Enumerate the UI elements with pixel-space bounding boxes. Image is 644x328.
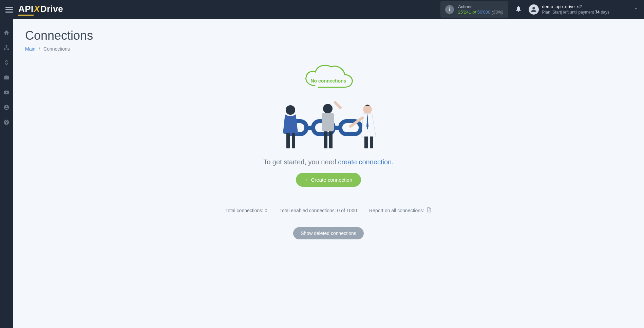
logo-drive: Drive	[40, 4, 63, 14]
actions-pct: (50%)	[492, 10, 504, 15]
user-name: demo_apix-drive_s2	[542, 4, 609, 10]
main-content: Connections Main / Connections No connec…	[13, 19, 644, 328]
sitemap-icon[interactable]	[3, 44, 10, 51]
svg-point-11	[286, 105, 295, 115]
briefcase-icon[interactable]	[3, 74, 10, 81]
create-button-label: Create connection	[311, 177, 353, 183]
svg-rect-12	[286, 133, 290, 148]
svg-rect-16	[324, 131, 327, 148]
document-icon	[426, 207, 432, 214]
menu-toggle-button[interactable]	[5, 7, 13, 13]
breadcrumb-main[interactable]: Main	[25, 46, 35, 52]
actions-done: 25'241	[458, 10, 471, 15]
svg-rect-20	[370, 136, 373, 148]
breadcrumb: Main / Connections	[25, 46, 632, 52]
logo-x: X	[34, 4, 40, 14]
user-text: demo_apix-drive_s2 Plan |Start| left unt…	[542, 4, 609, 15]
dollar-icon[interactable]	[3, 59, 10, 66]
svg-rect-0	[6, 45, 7, 47]
actions-panel[interactable]: i Actions: 25'241 of 50'000 (50%)	[440, 1, 508, 17]
home-icon[interactable]	[3, 29, 10, 36]
plan-line: Plan |Start| left until payment 74 days	[542, 10, 609, 15]
page-title: Connections	[25, 29, 632, 43]
svg-point-18	[363, 105, 372, 114]
total-connections: Total connections: 0	[225, 208, 267, 213]
people-chain-illustration	[274, 86, 383, 150]
user-icon[interactable]	[3, 104, 10, 111]
actions-label: Actions:	[458, 4, 504, 10]
svg-point-5	[6, 106, 7, 108]
stats-row: Total connections: 0 Total enabled conne…	[25, 207, 632, 214]
svg-rect-1	[4, 49, 6, 50]
show-deleted-button[interactable]: Show deleted connections	[293, 227, 363, 239]
actions-total: 50'000	[477, 10, 491, 15]
question-icon[interactable]	[3, 119, 10, 126]
create-connection-button[interactable]: + Create connection	[296, 173, 361, 187]
info-icon: i	[445, 5, 454, 14]
svg-rect-17	[329, 131, 333, 148]
svg-rect-2	[7, 49, 9, 50]
enabled-connections: Total enabled connections: 0 of 1000	[280, 208, 357, 213]
sidebar	[0, 19, 13, 328]
actions-text: Actions: 25'241 of 50'000 (50%)	[458, 4, 504, 15]
logo-api: API	[18, 4, 34, 16]
logo[interactable]: APIXDrive	[18, 4, 63, 16]
empty-state: No connections	[25, 62, 632, 239]
breadcrumb-sep: /	[39, 46, 40, 52]
avatar-icon	[529, 4, 539, 15]
breadcrumb-current: Connections	[43, 46, 70, 52]
illustration: No connections	[274, 62, 383, 150]
prompt-text: To get started, you need create connecti…	[25, 158, 632, 166]
create-connection-link[interactable]: create connection	[338, 158, 392, 166]
actions-of: of	[472, 10, 477, 15]
cloud-text: No connections	[310, 78, 346, 84]
svg-rect-13	[292, 133, 295, 148]
svg-rect-10	[340, 121, 361, 134]
topbar: APIXDrive i Actions: 25'241 of 50'000 (5…	[0, 0, 644, 19]
svg-rect-15	[322, 113, 334, 131]
chevron-down-icon[interactable]	[633, 6, 639, 13]
user-menu[interactable]: demo_apix-drive_s2 Plan |Start| left unt…	[529, 4, 639, 15]
plus-icon: +	[305, 177, 308, 183]
svg-point-7	[6, 123, 7, 124]
report-link[interactable]: Report on all connections:	[369, 207, 432, 214]
svg-rect-19	[364, 136, 368, 148]
bell-icon[interactable]	[515, 5, 522, 14]
svg-point-14	[323, 104, 333, 113]
youtube-icon[interactable]	[3, 89, 10, 96]
